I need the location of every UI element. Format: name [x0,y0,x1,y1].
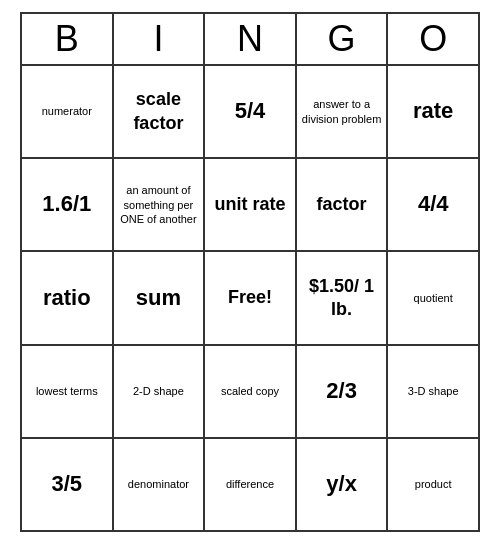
cell-text-r3-c4: 3-D shape [408,384,459,398]
cell-text-r0-c0: numerator [42,104,92,118]
cell-r3-c3: 2/3 [297,346,389,439]
cell-r4-c2: difference [205,439,297,532]
cell-text-r1-c0: 1.6/1 [42,190,91,219]
cell-text-r1-c4: 4/4 [418,190,449,219]
cell-r3-c2: scaled copy [205,346,297,439]
cell-text-r4-c3: y/x [326,470,357,499]
bingo-card: BINGO numeratorscale factor5/4answer to … [20,12,480,532]
cell-text-r3-c2: scaled copy [221,384,279,398]
cell-text-r4-c0: 3/5 [52,470,83,499]
header-letter-o: O [388,14,480,66]
cell-text-r0-c3: answer to a division problem [301,97,383,126]
header-letter-n: N [205,14,297,66]
header-letter-g: G [297,14,389,66]
cell-r2-c3: $1.50/ 1 lb. [297,252,389,345]
cell-text-r4-c1: denominator [128,477,189,491]
header-letter-b: B [22,14,114,66]
cell-r2-c1: sum [114,252,206,345]
cell-r4-c3: y/x [297,439,389,532]
header-letter-i: I [114,14,206,66]
bingo-header: BINGO [20,12,480,66]
cell-text-r2-c3: $1.50/ 1 lb. [301,275,383,322]
cell-text-r1-c1: an amount of something per ONE of anothe… [118,183,200,226]
cell-r2-c4: quotient [388,252,480,345]
cell-r3-c4: 3-D shape [388,346,480,439]
cell-text-r0-c4: rate [413,97,453,126]
cell-r1-c0: 1.6/1 [22,159,114,252]
cell-text-r2-c0: ratio [43,284,91,313]
cell-text-r1-c2: unit rate [214,193,285,216]
cell-r3-c0: lowest terms [22,346,114,439]
cell-r0-c0: numerator [22,66,114,159]
cell-r0-c3: answer to a division problem [297,66,389,159]
cell-r4-c1: denominator [114,439,206,532]
cell-text-r0-c2: 5/4 [235,97,266,126]
cell-text-r3-c0: lowest terms [36,384,98,398]
cell-r2-c0: ratio [22,252,114,345]
cell-r1-c2: unit rate [205,159,297,252]
cell-r1-c3: factor [297,159,389,252]
cell-r3-c1: 2-D shape [114,346,206,439]
cell-text-r1-c3: factor [317,193,367,216]
cell-text-r2-c2: Free! [228,286,272,309]
cell-r0-c4: rate [388,66,480,159]
cell-text-r2-c1: sum [136,284,181,313]
cell-r1-c1: an amount of something per ONE of anothe… [114,159,206,252]
cell-r1-c4: 4/4 [388,159,480,252]
cell-r4-c4: product [388,439,480,532]
cell-text-r0-c1: scale factor [118,88,200,135]
cell-text-r2-c4: quotient [414,291,453,305]
cell-r4-c0: 3/5 [22,439,114,532]
cell-r0-c1: scale factor [114,66,206,159]
cell-r2-c2: Free! [205,252,297,345]
cell-text-r3-c1: 2-D shape [133,384,184,398]
bingo-grid: numeratorscale factor5/4answer to a divi… [20,66,480,532]
cell-r0-c2: 5/4 [205,66,297,159]
cell-text-r4-c4: product [415,477,452,491]
cell-text-r4-c2: difference [226,477,274,491]
cell-text-r3-c3: 2/3 [326,377,357,406]
